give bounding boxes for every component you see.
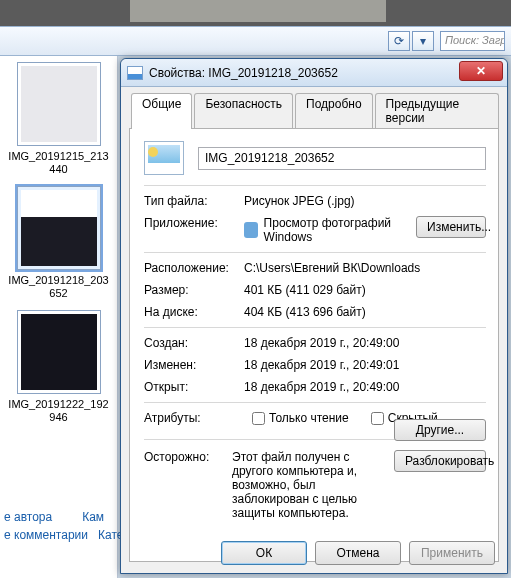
nav-dropdown-button[interactable]: ▾	[412, 31, 434, 51]
cancel-button[interactable]: Отмена	[315, 541, 401, 565]
close-button[interactable]: ✕	[459, 61, 503, 81]
accessed-value: 18 декабря 2019 г., 20:49:00	[244, 380, 486, 394]
ok-button[interactable]: ОК	[221, 541, 307, 565]
created-label: Создан:	[144, 336, 244, 350]
unblock-button[interactable]: Разблокировать	[394, 450, 486, 472]
change-app-button[interactable]: Изменить...	[416, 216, 486, 238]
tab-general[interactable]: Общие	[131, 93, 192, 129]
filetype-label: Тип файла:	[144, 194, 244, 208]
tab-security[interactable]: Безопасность	[194, 93, 293, 129]
modified-label: Изменен:	[144, 358, 244, 372]
dialog-title: Свойства: IMG_20191218_203652	[149, 66, 338, 80]
warning-label: Осторожно:	[144, 450, 224, 464]
author-link[interactable]: е автора Кам	[4, 510, 123, 524]
app-label: Приложение:	[144, 216, 244, 230]
dialog-button-row: ОК Отмена Применить	[221, 541, 495, 565]
location-label: Расположение:	[144, 261, 244, 275]
filename-input[interactable]	[198, 147, 486, 170]
ondisk-value: 404 КБ (413 696 байт)	[244, 305, 486, 319]
explorer-nav-bar: ⟳ ▾ Поиск: Загру	[0, 26, 511, 56]
thumbnail-caption: IMG_20191218_203652	[4, 274, 113, 300]
tab-details[interactable]: Подробно	[295, 93, 373, 129]
thumbnail-item[interactable]: IMG_20191215_213440	[4, 62, 113, 176]
refresh-button[interactable]: ⟳	[388, 31, 410, 51]
comments-link[interactable]: е комментарии Кате	[4, 528, 123, 542]
apply-button[interactable]: Применить	[409, 541, 495, 565]
tab-strip: Общие Безопасность Подробно Предыдущие в…	[131, 93, 499, 129]
accessed-label: Открыт:	[144, 380, 244, 394]
thumbnail-caption: IMG_20191222_192946	[4, 398, 113, 424]
created-value: 18 декабря 2019 г., 20:49:00	[244, 336, 486, 350]
readonly-checkbox[interactable]: Только чтение	[252, 411, 349, 425]
dialog-titlebar[interactable]: Свойства: IMG_20191218_203652	[121, 59, 507, 87]
explorer-details-links: е автора Кам е комментарии Кате	[4, 510, 123, 546]
dialog-body: Общие Безопасность Подробно Предыдущие в…	[121, 87, 507, 573]
thumbnail-item[interactable]: IMG_20191222_192946	[4, 310, 113, 424]
background-image-strip	[130, 0, 386, 22]
other-attributes-button[interactable]: Другие...	[394, 419, 486, 441]
app-value: Просмотр фотографий Windows	[264, 216, 416, 244]
image-file-icon	[127, 66, 143, 80]
file-type-icon	[144, 141, 184, 175]
ondisk-label: На диске:	[144, 305, 244, 319]
explorer-thumbnails-pane: IMG_20191215_213440 IMG_20191218_203652 …	[0, 56, 118, 578]
window-chrome-top: ⟳ ▾ Поиск: Загру	[0, 0, 511, 56]
modified-value: 18 декабря 2019 г., 20:49:01	[244, 358, 486, 372]
size-value: 401 КБ (411 029 байт)	[244, 283, 486, 297]
filetype-value: Рисунок JPEG (.jpg)	[244, 194, 486, 208]
thumbnail-item[interactable]: IMG_20191218_203652	[4, 186, 113, 300]
location-value: C:\Users\Евгений ВК\Downloads	[244, 261, 486, 275]
attributes-label: Атрибуты:	[144, 411, 244, 425]
warning-text: Этот файл получен с другого компьютера и…	[232, 450, 386, 520]
photo-viewer-icon	[244, 222, 258, 238]
tab-panel-general: Тип файла: Рисунок JPEG (.jpg) Приложени…	[129, 128, 499, 562]
tab-previous-versions[interactable]: Предыдущие версии	[375, 93, 499, 129]
search-input[interactable]: Поиск: Загру	[440, 31, 505, 51]
properties-dialog: Свойства: IMG_20191218_203652 ✕ Общие Бе…	[120, 58, 508, 574]
size-label: Размер:	[144, 283, 244, 297]
thumbnail-caption: IMG_20191215_213440	[4, 150, 113, 176]
